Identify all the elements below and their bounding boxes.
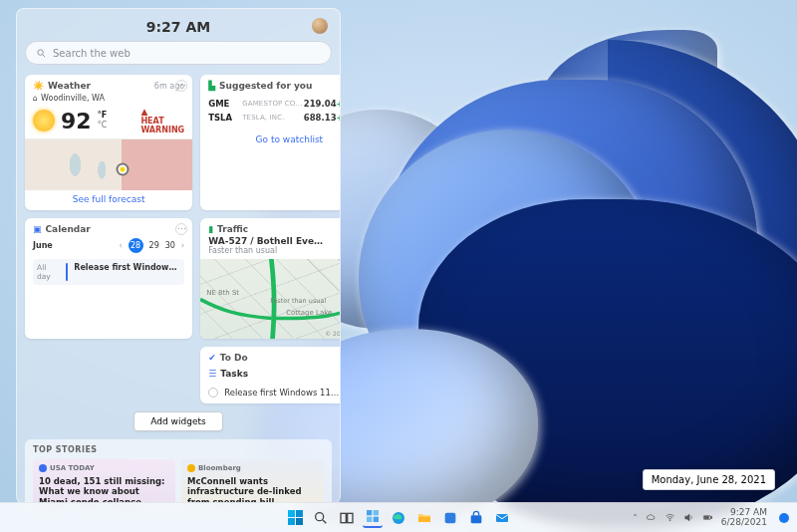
calendar-event[interactable]: All day Release first Windows 1… <box>33 259 184 285</box>
calendar-month: June <box>33 241 53 250</box>
see-forecast-link[interactable]: See full forecast <box>33 190 184 204</box>
battery-icon[interactable] <box>702 512 713 523</box>
stock-row[interactable]: GME GAMESTOP CO… 219.04 +4.55% <box>208 97 341 111</box>
weather-map[interactable] <box>25 138 192 190</box>
next-day-button[interactable]: › <box>181 241 184 250</box>
store-icon[interactable] <box>466 508 486 528</box>
time-text: 9:27 AM <box>146 19 210 35</box>
svg-rect-18 <box>704 517 708 519</box>
source-icon <box>187 464 195 472</box>
edge-icon[interactable] <box>389 508 408 528</box>
news-section: TOP STORIES USA TODAY 10 dead, 151 still… <box>25 439 332 504</box>
news-headline: McConnell wants infrastructure de-linked… <box>187 476 318 504</box>
svg-rect-6 <box>367 510 372 515</box>
unit-c[interactable]: °C <box>98 121 108 131</box>
svg-rect-17 <box>711 517 712 519</box>
svg-line-1 <box>43 54 45 56</box>
tasks-label: Tasks <box>220 369 248 379</box>
event-time: All day <box>37 263 60 281</box>
weather-temp: 92 <box>61 109 92 133</box>
todo-icon: ✔ <box>208 353 216 363</box>
svg-point-15 <box>669 520 670 521</box>
notifications-button[interactable] <box>779 513 789 523</box>
stock-change: +2.42% <box>337 113 341 123</box>
svg-rect-13 <box>471 515 482 523</box>
traffic-card[interactable]: ▮ Traffic ⋯ WA-527 / Bothell Eve… Faster… <box>200 218 341 339</box>
task-view-button[interactable] <box>337 508 357 528</box>
widgets-button[interactable] <box>363 508 383 528</box>
traffic-map-note: Faster than usual <box>270 297 326 305</box>
stocks-icon: ▙ <box>208 81 215 91</box>
weather-icon: ☀️ <box>33 81 44 91</box>
wifi-icon[interactable] <box>664 512 675 523</box>
source-icon <box>39 464 47 472</box>
todo-card[interactable]: ✔ To Do ⋯ ☰ Tasks ＋ Release first Window… <box>200 347 341 403</box>
taskbar: ˄ 9:27 AM 6/28/2021 <box>0 502 797 532</box>
street-label: NE 8th St <box>206 289 239 297</box>
taskbar-clock[interactable]: 9:27 AM 6/28/2021 <box>721 508 767 527</box>
event-bar <box>66 263 68 281</box>
stock-company: TESLA, INC. <box>242 114 302 122</box>
todo-title: To Do <box>220 353 248 363</box>
stocks-card[interactable]: ▙ Suggested for you ⋯ GME GAMESTOP CO… 2… <box>200 75 341 210</box>
day-current[interactable]: 28 <box>129 238 143 253</box>
file-explorer-icon[interactable] <box>414 508 434 528</box>
sun-icon <box>33 110 55 132</box>
weather-card[interactable]: ☀️ Weather 6m ago ⋯ ⌂ Woodinville, WA 92… <box>25 75 192 210</box>
svg-point-0 <box>38 49 44 55</box>
traffic-title: Traffic <box>217 224 248 234</box>
news-source: USA TODAY <box>50 464 95 473</box>
start-button[interactable] <box>285 508 305 528</box>
card-options-button[interactable]: ⋯ <box>175 223 187 235</box>
news-heading: TOP STORIES <box>33 445 324 454</box>
date-tooltip: Monday, June 28, 2021 <box>643 469 775 490</box>
svg-rect-8 <box>367 516 372 521</box>
watchlist-link[interactable]: Go to watchlist <box>208 131 341 144</box>
news-headline: 10 dead, 151 still missing: What we know… <box>39 476 169 504</box>
traffic-route: WA-527 / Bothell Eve… <box>208 236 341 246</box>
svg-rect-5 <box>348 513 353 522</box>
taskbar-search-button[interactable] <box>311 508 331 528</box>
mail-icon[interactable] <box>492 508 512 528</box>
warning-1: HEAT <box>140 117 163 126</box>
map-copyright: © 2021 TomTom <box>325 330 341 337</box>
user-avatar[interactable] <box>312 18 328 34</box>
add-widgets-button[interactable]: Add widgets <box>133 411 222 431</box>
svg-rect-9 <box>374 516 379 521</box>
stock-price: 688.13 <box>303 113 337 123</box>
svg-rect-14 <box>496 514 508 522</box>
day[interactable]: 29 <box>149 241 159 250</box>
volume-icon[interactable] <box>683 512 694 523</box>
stock-symbol: TSLA <box>208 113 242 123</box>
card-options-button[interactable]: ⋯ <box>175 80 187 92</box>
svg-point-2 <box>316 512 324 520</box>
svg-rect-12 <box>445 512 456 523</box>
search-input[interactable]: Search the web <box>25 41 332 65</box>
tray-overflow-button[interactable]: ˄ <box>633 513 638 523</box>
system-tray[interactable]: ˄ 9:27 AM 6/28/2021 <box>633 508 797 527</box>
news-story[interactable]: USA TODAY 10 dead, 151 still missing: Wh… <box>33 459 175 504</box>
svg-line-3 <box>323 520 326 523</box>
task-item[interactable]: Release first Windows 11… ☆ <box>208 387 341 398</box>
panel-time: 9:27 AM <box>25 15 332 41</box>
home-icon: ⌂ <box>33 94 38 103</box>
calendar-card[interactable]: ▣ Calendar ⋯ June ‹ 28 29 30 › All day R… <box>25 218 192 339</box>
weather-location: Woodinville, WA <box>41 94 105 103</box>
task-checkbox[interactable] <box>208 388 218 398</box>
onedrive-icon[interactable] <box>646 512 657 523</box>
warning-icon: ▲ <box>140 107 147 117</box>
unit-f[interactable]: °F <box>98 111 108 121</box>
news-story[interactable]: Bloomberg McConnell wants infrastructure… <box>181 459 324 504</box>
app-icon[interactable] <box>440 508 460 528</box>
traffic-note: Faster than usual <box>208 246 341 255</box>
day[interactable]: 30 <box>165 241 175 250</box>
stock-row[interactable]: TSLA TESLA, INC. 688.13 +2.42% <box>208 111 341 125</box>
svg-rect-11 <box>418 516 430 521</box>
traffic-map[interactable]: NE 8th St Faster than usual Cottage Lake… <box>200 259 341 339</box>
traffic-icon: ▮ <box>208 224 213 234</box>
search-icon <box>36 48 47 59</box>
widgets-panel: 9:27 AM Search the web ☀️ Weather 6m ago… <box>16 8 341 504</box>
search-placeholder: Search the web <box>53 48 131 59</box>
task-text: Release first Windows 11… <box>224 388 339 398</box>
prev-day-button[interactable]: ‹ <box>119 241 122 250</box>
